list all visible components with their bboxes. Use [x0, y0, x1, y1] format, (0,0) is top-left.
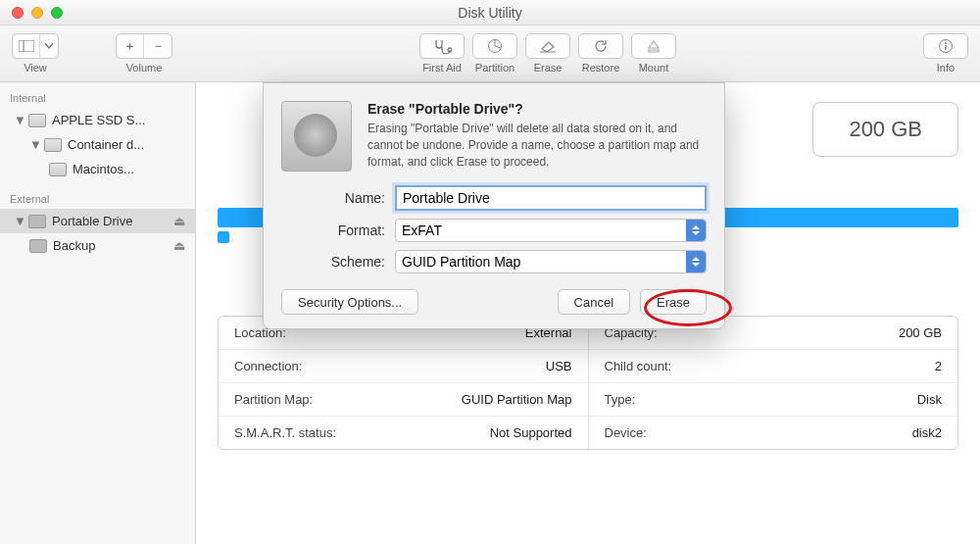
mount-button[interactable] [631, 33, 676, 59]
partition-button[interactable] [472, 33, 517, 59]
mount-label: Mount [639, 62, 669, 74]
disclosure-triangle-icon[interactable]: ▼ [14, 113, 23, 127]
sidebar-header-internal: Internal [0, 88, 195, 108]
format-select[interactable]: ExFAT [395, 219, 707, 242]
mount-icon [647, 39, 661, 53]
security-options-button[interactable]: Security Options... [281, 289, 418, 315]
info-row-child-count: Child count:2 [589, 350, 958, 383]
sidebar-item-backup[interactable]: Backup ⏏ [0, 233, 195, 258]
scheme-value: GUID Partition Map [402, 254, 520, 270]
restore-button[interactable] [578, 33, 623, 59]
volume-remove-icon[interactable]: － [144, 34, 172, 58]
drive-icon [44, 138, 62, 152]
view-label: View [24, 62, 47, 74]
volume-add-icon[interactable]: ＋ [117, 34, 144, 58]
partition-label: Partition [475, 62, 514, 74]
format-label: Format: [281, 223, 385, 238]
erase-toolbar-label: Erase [534, 62, 563, 74]
sidebar-toggle-icon[interactable] [13, 34, 40, 58]
first-aid-label: First Aid [422, 62, 462, 74]
view-segmented[interactable] [12, 33, 59, 59]
pie-icon [487, 38, 503, 54]
sidebar-item-label: Container d... [68, 137, 144, 152]
eraser-icon [539, 39, 557, 53]
disclosure-triangle-icon[interactable]: ▼ [29, 137, 38, 152]
view-options-chevron-icon[interactable] [40, 34, 58, 58]
select-arrows-icon [686, 220, 706, 241]
volume-label: Volume [126, 62, 163, 74]
drive-icon [49, 163, 67, 176]
sidebar-item-container[interactable]: ▼ Container d... [0, 132, 195, 157]
external-drive-icon [29, 239, 47, 253]
titlebar: Disk Utility [0, 0, 980, 25]
name-label: Name: [281, 190, 385, 206]
sidebar-item-label: Macintos... [73, 162, 134, 176]
eject-icon[interactable]: ⏏ [173, 238, 185, 253]
erase-dialog: Erase "Portable Drive"? Erasing "Portabl… [263, 82, 725, 329]
restore-icon [593, 38, 609, 54]
info-icon [938, 38, 954, 54]
scheme-label: Scheme: [281, 254, 385, 270]
sidebar-header-external: External [0, 189, 195, 209]
scheme-select[interactable]: GUID Partition Map [395, 250, 707, 273]
info-table: Location:External Connection:USB Partiti… [218, 316, 958, 450]
sidebar-item-portable-drive[interactable]: ▼ Portable Drive ⏏ [0, 209, 195, 233]
info-row-smart: S.M.A.R.T. status:Not Supported [219, 417, 588, 449]
capacity-box: 200 GB [812, 102, 958, 157]
first-aid-button[interactable] [419, 33, 465, 59]
drive-icon [28, 114, 46, 127]
erase-toolbar-button[interactable] [525, 33, 570, 59]
external-drive-icon [28, 215, 46, 228]
sidebar-item-label: Portable Drive [52, 214, 132, 228]
format-value: ExFAT [402, 223, 442, 238]
stethoscope-icon [432, 38, 452, 54]
info-button[interactable] [923, 33, 968, 59]
select-arrows-icon [686, 251, 706, 272]
info-row-type: Type:Disk [589, 383, 958, 417]
window-title: Disk Utility [0, 5, 980, 21]
sidebar-item-apple-ssd[interactable]: ▼ APPLE SSD S... [0, 108, 195, 132]
restore-label: Restore [582, 62, 620, 74]
svg-rect-0 [19, 40, 34, 52]
info-row-connection: Connection:USB [219, 350, 588, 383]
name-input[interactable] [395, 185, 707, 211]
info-row-device: Device:disk2 [589, 417, 958, 449]
info-row-partition-map: Partition Map:GUID Partition Map [219, 383, 588, 417]
dialog-title: Erase "Portable Drive"? [368, 101, 707, 117]
toolbar: View ＋ － Volume First Aid Partition Eras… [0, 25, 980, 82]
info-label: Info [937, 62, 955, 74]
usage-legend-swatch [218, 231, 229, 243]
sidebar-item-macintosh-hd[interactable]: Macintos... [0, 157, 195, 181]
svg-point-4 [945, 42, 947, 44]
erase-button[interactable]: Erase [640, 289, 707, 315]
drive-image-icon [281, 101, 352, 172]
svg-rect-5 [945, 45, 947, 50]
eject-icon[interactable]: ⏏ [173, 214, 185, 228]
sidebar-item-label: Backup [53, 238, 95, 253]
dialog-description: Erasing "Portable Drive" will delete all… [368, 121, 707, 170]
sidebar-item-label: APPLE SSD S... [52, 113, 145, 127]
sidebar: Internal ▼ APPLE SSD S... ▼ Container d.… [0, 82, 196, 544]
volume-segmented[interactable]: ＋ － [116, 33, 172, 59]
disclosure-triangle-icon[interactable]: ▼ [14, 214, 23, 228]
cancel-button[interactable]: Cancel [558, 289, 630, 315]
